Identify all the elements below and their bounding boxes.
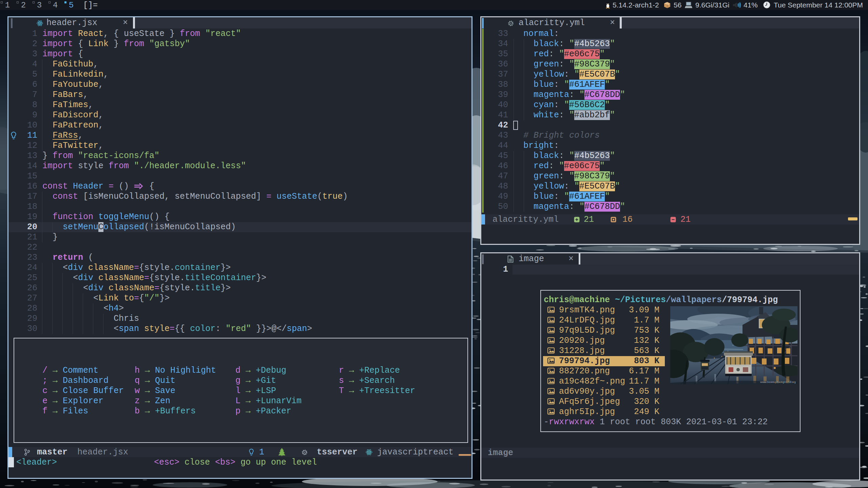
svg-text:www.DesktopBackground.org: www.DesktopBackground.org [760,380,796,384]
